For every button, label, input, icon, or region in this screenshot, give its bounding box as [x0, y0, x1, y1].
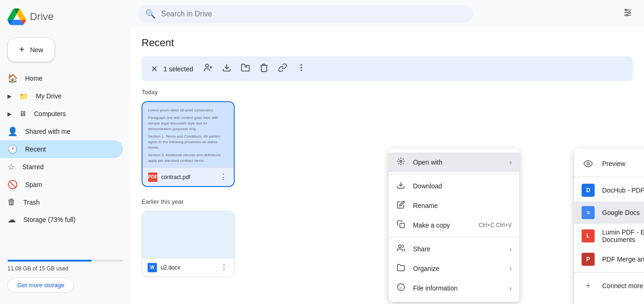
sub-item-google-docs[interactable]: ≡ Google Docs: [574, 201, 644, 224]
docx-type-icon: W: [148, 263, 157, 272]
ctx-item-file-info[interactable]: File information ›: [389, 278, 519, 298]
file-card-contract[interactable]: Lorem ipsum dolor sit amet consectetur P…: [142, 101, 235, 187]
file-card-u2[interactable]: W u2.docx ⋮: [142, 211, 235, 277]
ctx-item-copy[interactable]: Make a copy Ctrl+C Ctrl+V: [389, 215, 519, 235]
ctx-divider-2: [389, 237, 519, 237]
ctx-file-info-arrow: ›: [509, 284, 512, 292]
folder-icon: ▸: [7, 91, 12, 101]
storage-section: 11.08 GB of 15 GB used Get more storage: [0, 252, 130, 300]
ctx-open-with-arrow: ›: [509, 159, 512, 166]
sub-item-pdf-merge[interactable]: P PDF Merge and Split: [574, 248, 644, 270]
sub-item-preview[interactable]: Preview: [574, 152, 644, 175]
selection-count: 1 selected: [163, 65, 193, 73]
ctx-share-arrow: ›: [509, 245, 512, 253]
sidebar-item-shared[interactable]: 👤 Shared with me: [0, 123, 123, 140]
sliders-icon: [623, 7, 633, 18]
sub-item-lumin[interactable]: L Lumin PDF - Edit or Sign Documents: [574, 224, 644, 248]
ctx-open-with-label: Open with: [413, 159, 502, 166]
svg-point-6: [205, 64, 209, 68]
sidebar-item-storage[interactable]: ☁ Storage (73% full): [0, 211, 123, 228]
pdf-type-icon: PDF: [148, 173, 157, 182]
pdf-merge-icon: P: [582, 253, 595, 266]
ctx-item-download[interactable]: Download: [389, 176, 519, 196]
connect-icon: +: [582, 279, 595, 292]
filter-icon-button[interactable]: [619, 4, 637, 24]
plus-icon: +: [19, 44, 25, 55]
sidebar-item-starred[interactable]: ☆ Starred: [0, 158, 123, 176]
sub-item-connect[interactable]: + Connect more apps: [574, 275, 644, 297]
sub-google-docs-label: Google Docs: [602, 209, 644, 216]
search-input[interactable]: [161, 10, 466, 18]
cloud-icon: ☁: [7, 214, 16, 225]
ctx-share-icon: [396, 244, 406, 254]
ctx-organize-icon: [396, 263, 406, 274]
svg-point-11: [301, 64, 302, 65]
sidebar-item-my-drive-label: My Drive: [36, 92, 61, 100]
ctx-download-icon: [396, 181, 406, 191]
storage-used-text: 11.08 GB of 15 GB used: [7, 265, 123, 272]
sidebar-item-computers[interactable]: ▸ 🖥 Computers: [0, 105, 123, 123]
ctx-rename-label: Rename: [413, 202, 512, 209]
file-preview-contract: Lorem ipsum dolor sit amet consectetur P…: [142, 102, 234, 167]
earlier-files-row: W u2.docx ⋮: [142, 211, 633, 277]
recent-icon: 🕐: [7, 144, 18, 154]
computers-icon: ▸: [7, 109, 12, 119]
sidebar-item-my-drive[interactable]: ▸ 📁 My Drive: [0, 87, 123, 105]
sidebar-item-computers-label: Computers: [34, 110, 66, 117]
new-button[interactable]: + New: [7, 37, 55, 62]
main-content: 🔍 Recent ✕ 1 selected: [130, 0, 644, 304]
ctx-copy-label: Make a copy: [413, 221, 471, 229]
ctx-item-share[interactable]: Share ›: [389, 239, 519, 259]
svg-point-3: [625, 9, 627, 11]
svg-point-5: [626, 14, 628, 16]
get-storage-button[interactable]: Get more storage: [7, 277, 74, 293]
ctx-download-label: Download: [413, 182, 512, 190]
ctx-item-rename[interactable]: Rename: [389, 196, 519, 215]
ctx-item-open-with[interactable]: Open with ›: [389, 152, 519, 172]
app-title: Drive: [30, 11, 54, 23]
today-section-label: Today: [142, 89, 633, 96]
sidebar-item-trash[interactable]: 🗑 Trash: [0, 193, 123, 211]
move-icon: [241, 63, 250, 72]
svg-point-21: [587, 163, 590, 165]
share-user-button[interactable]: [201, 60, 216, 77]
move-to-button[interactable]: [238, 60, 253, 77]
spam-icon: 🚫: [7, 180, 18, 190]
sidebar-item-home[interactable]: 🏠 Home: [0, 69, 123, 87]
svg-point-14: [400, 160, 402, 163]
shared-icon: 👤: [7, 126, 18, 137]
download-button[interactable]: [219, 60, 234, 77]
sub-divider-2: [574, 272, 644, 273]
storage-bar-fill: [7, 260, 92, 262]
earlier-section: Earlier this year W u2.docx ⋮: [142, 198, 633, 277]
page-title: Recent: [142, 37, 633, 49]
sub-item-dochub[interactable]: D DocHub - PDF Sign and Edit: [574, 179, 644, 201]
svg-point-4: [629, 12, 630, 14]
file-name-u2: u2.docx: [161, 264, 216, 271]
file-menu-button-contract[interactable]: ⋮: [219, 172, 228, 182]
submenu: Preview D DocHub - PDF Sign and Edit ≡ G…: [574, 149, 644, 304]
delete-button[interactable]: [257, 60, 271, 77]
sub-item-computer-apps[interactable]: Apps on your computer: [574, 297, 644, 304]
download-icon: [222, 63, 231, 72]
deselect-button[interactable]: ✕: [149, 62, 160, 76]
file-menu-button-u2[interactable]: ⋮: [219, 262, 229, 273]
sub-connect-label: Connect more apps: [602, 282, 644, 290]
today-files-row: Lorem ipsum dolor sit amet consectetur P…: [142, 101, 633, 187]
svg-point-13: [301, 70, 302, 71]
file-preview-text: Lorem ipsum dolor sit amet consectetur P…: [146, 106, 230, 166]
ctx-item-organize[interactable]: Organize ›: [389, 259, 519, 278]
sidebar-item-spam[interactable]: 🚫 Spam: [0, 176, 123, 193]
search-bar[interactable]: 🔍: [138, 5, 473, 23]
more-vertical-icon: [297, 63, 306, 72]
ctx-organize-arrow: ›: [509, 265, 512, 272]
earlier-section-label: Earlier this year: [142, 198, 633, 205]
more-actions-button[interactable]: [294, 60, 309, 77]
sub-pdf-merge-label: PDF Merge and Split: [602, 256, 644, 263]
ctx-copy-icon: [396, 220, 406, 230]
sub-dochub-label: DocHub - PDF Sign and Edit: [602, 187, 644, 194]
svg-rect-16: [400, 223, 405, 228]
copy-link-button[interactable]: [275, 60, 290, 77]
link-icon: [278, 63, 287, 72]
sidebar-item-recent[interactable]: 🕐 Recent: [0, 140, 123, 158]
